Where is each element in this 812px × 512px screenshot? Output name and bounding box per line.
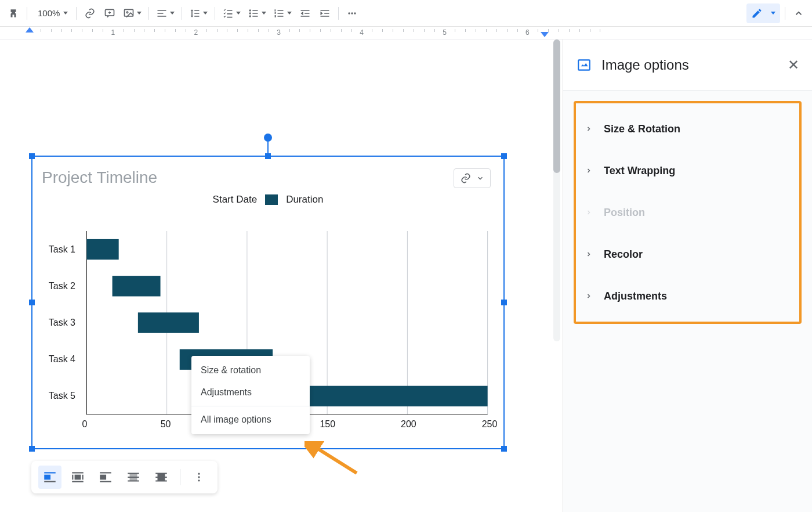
- scrollbar-thumb[interactable]: [553, 39, 560, 173]
- x-tick-label: 0: [82, 419, 88, 430]
- context-menu-item[interactable]: Adjustments: [191, 381, 310, 403]
- x-tick-label: 150: [320, 419, 335, 430]
- chevron-right-icon: [585, 125, 593, 132]
- main-toolbar: 100%: [0, 0, 812, 27]
- inline-layout-button[interactable]: [38, 466, 61, 489]
- y-tick-label: Task 5: [49, 391, 75, 401]
- context-menu-all-options[interactable]: All image options: [191, 409, 310, 431]
- image-icon: [576, 57, 592, 73]
- more-layout-options-button[interactable]: [187, 466, 211, 489]
- legend-series2-label: Duration: [286, 194, 323, 205]
- separator: [76, 7, 77, 20]
- svg-point-21: [198, 473, 200, 475]
- sidebar-section-row[interactable]: Recolor: [576, 233, 799, 275]
- sidebar-row-label: Position: [604, 207, 645, 219]
- svg-rect-24: [578, 60, 590, 70]
- sidebar-row-label: Size & Rotation: [604, 123, 680, 135]
- sidebar-options-highlight: Size & RotationText WrappingPositionReco…: [574, 101, 802, 324]
- chevron-right-icon: [585, 167, 593, 174]
- svg-rect-20: [158, 474, 165, 481]
- close-icon[interactable]: ✕: [788, 57, 799, 73]
- sidebar-row-label: Text Wrapping: [604, 165, 675, 177]
- chevron-right-icon: [585, 251, 593, 258]
- svg-point-5: [249, 15, 251, 17]
- bar: [113, 276, 161, 296]
- image-options-sidebar: Image options ✕ Size & RotationText Wrap…: [563, 39, 812, 512]
- svg-line-15: [313, 446, 357, 473]
- legend-series1-label: Start Date: [213, 194, 258, 205]
- chart-legend: Start Date Duration: [39, 194, 496, 205]
- wrap-text-button[interactable]: [66, 466, 89, 489]
- separator: [215, 7, 215, 20]
- behind-text-button[interactable]: [122, 466, 145, 489]
- svg-point-7: [351, 12, 353, 14]
- left-indent-marker[interactable]: [26, 27, 34, 33]
- x-tick-label: 250: [482, 419, 498, 430]
- chevron-right-icon: [585, 293, 593, 300]
- chart-link-menu[interactable]: [454, 168, 491, 188]
- chart-title: Project Timeline: [39, 164, 496, 194]
- decrease-indent-icon[interactable]: [296, 5, 314, 22]
- sidebar-row-label: Adjustments: [604, 290, 667, 302]
- sidebar-section-row[interactable]: Size & Rotation: [576, 108, 799, 150]
- align-dropdown[interactable]: [154, 5, 177, 22]
- zoom-dropdown[interactable]: 100%: [32, 5, 71, 22]
- separator: [338, 7, 339, 20]
- more-icon[interactable]: [343, 5, 361, 22]
- y-tick-label: Task 3: [49, 318, 75, 328]
- resize-handle[interactable]: [29, 300, 35, 305]
- y-tick-label: Task 2: [49, 281, 75, 291]
- resize-handle[interactable]: [501, 446, 507, 452]
- bar: [138, 312, 199, 333]
- sidebar-section-row: Position: [576, 192, 799, 233]
- insert-image-dropdown[interactable]: [121, 5, 144, 22]
- y-axis: Task 1Task 2Task 3Task 4Task 5: [45, 231, 80, 414]
- y-tick-label: Task 4: [49, 354, 75, 365]
- caret-down-icon: [63, 12, 68, 15]
- separator: [148, 7, 149, 20]
- resize-handle[interactable]: [501, 153, 507, 159]
- separator: [785, 7, 785, 20]
- caret-down-icon: [771, 12, 775, 15]
- right-indent-marker[interactable]: [541, 32, 549, 37]
- svg-point-8: [354, 12, 356, 14]
- horizontal-ruler[interactable]: 123456: [0, 27, 812, 39]
- document-canvas[interactable]: Project Timeline Start Date Duration Tas…: [0, 39, 563, 512]
- line-spacing-dropdown[interactable]: [187, 5, 210, 22]
- rotate-line: [267, 138, 269, 153]
- svg-point-22: [198, 476, 200, 478]
- separator: [27, 7, 27, 20]
- sidebar-section-row[interactable]: Adjustments: [576, 275, 799, 317]
- sidebar-row-label: Recolor: [604, 248, 643, 261]
- resize-handle[interactable]: [29, 446, 35, 452]
- svg-point-3: [249, 9, 251, 11]
- break-text-button[interactable]: [94, 466, 117, 489]
- bar: [86, 239, 118, 259]
- paint-format-icon[interactable]: [5, 5, 22, 22]
- svg-rect-17: [75, 475, 81, 480]
- editing-mode-dropdown[interactable]: [746, 3, 780, 23]
- resize-handle[interactable]: [501, 300, 507, 305]
- numbered-list-dropdown[interactable]: [271, 5, 294, 22]
- separator: [182, 7, 182, 20]
- svg-point-6: [349, 12, 350, 14]
- resize-handle[interactable]: [29, 153, 35, 159]
- increase-indent-icon[interactable]: [316, 5, 334, 22]
- svg-rect-18: [100, 475, 106, 480]
- sidebar-section-row[interactable]: Text Wrapping: [576, 150, 799, 192]
- bulleted-list-dropdown[interactable]: [245, 5, 269, 22]
- add-comment-icon[interactable]: [101, 5, 118, 22]
- checklist-dropdown[interactable]: [220, 5, 243, 22]
- x-tick-label: 200: [401, 419, 416, 430]
- svg-rect-16: [44, 475, 50, 480]
- context-menu: Size & rotation Adjustments All image op…: [191, 356, 310, 434]
- sidebar-title: Image options: [601, 57, 778, 73]
- insert-link-icon[interactable]: [81, 5, 99, 22]
- legend-swatch: [265, 194, 278, 205]
- resize-handle[interactable]: [265, 153, 271, 159]
- svg-point-4: [249, 12, 251, 14]
- collapse-toolbar-icon[interactable]: [790, 5, 807, 22]
- in-front-text-button[interactable]: [150, 466, 173, 489]
- context-menu-item[interactable]: Size & rotation: [191, 359, 310, 381]
- sidebar-header: Image options ✕: [563, 39, 812, 91]
